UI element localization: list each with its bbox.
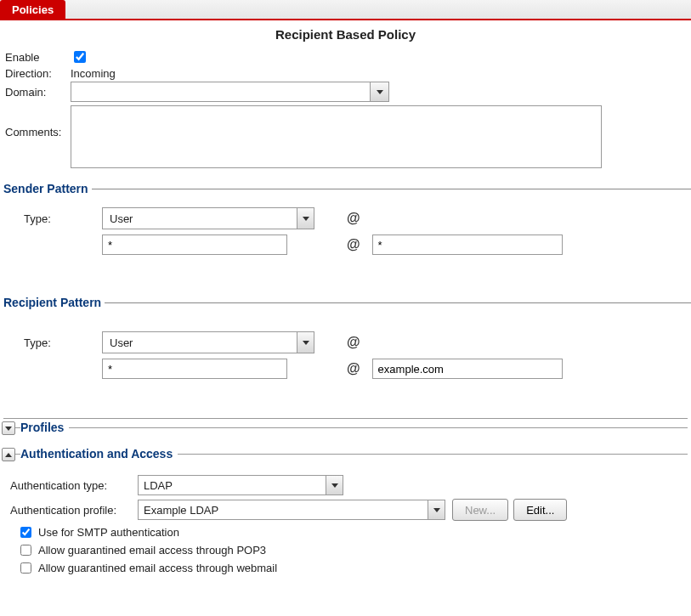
at-sign: @ bbox=[335, 335, 372, 350]
pop3-access-checkbox[interactable] bbox=[20, 545, 31, 556]
domain-select[interactable] bbox=[71, 82, 389, 102]
at-sign: @ bbox=[335, 361, 372, 376]
auth-type-value: LDAP bbox=[144, 479, 173, 492]
auth-area: Authentication type: LDAP Authentication… bbox=[0, 461, 691, 581]
direction-label: Direction: bbox=[5, 67, 71, 80]
recipient-pattern-fieldset: Recipient Pattern Type: User @ @ bbox=[0, 296, 691, 404]
chevron-down-icon[interactable] bbox=[297, 208, 314, 229]
at-sign: @ bbox=[335, 237, 372, 252]
webmail-access-checkbox[interactable] bbox=[20, 562, 31, 574]
chevron-down-icon[interactable] bbox=[326, 476, 343, 494]
sender-pattern-fieldset: Sender Pattern Type: User @ @ bbox=[0, 182, 691, 280]
auth-title: Authentication and Access bbox=[20, 447, 178, 461]
sender-domain-input[interactable] bbox=[372, 235, 563, 255]
enable-checkbox[interactable] bbox=[74, 51, 86, 63]
sender-local-input[interactable] bbox=[102, 235, 287, 255]
tab-bar: Policies bbox=[0, 0, 691, 20]
webmail-access-label: Allow guarantined email access through w… bbox=[38, 562, 277, 574]
comments-textarea[interactable] bbox=[71, 105, 602, 168]
smtp-auth-checkbox[interactable] bbox=[20, 527, 31, 538]
comments-label: Comments: bbox=[5, 104, 71, 138]
sender-pattern-legend: Sender Pattern bbox=[0, 182, 92, 195]
auth-profile-select[interactable]: Example LDAP bbox=[138, 500, 445, 520]
recipient-type-value: User bbox=[110, 336, 133, 349]
profiles-toggle[interactable] bbox=[2, 421, 15, 435]
recipient-pattern-legend: Recipient Pattern bbox=[0, 296, 105, 309]
auth-profile-label: Authentication profile: bbox=[10, 504, 138, 517]
sender-type-select[interactable]: User bbox=[102, 207, 314, 229]
enable-label: Enable bbox=[5, 51, 71, 64]
chevron-up-icon bbox=[5, 453, 12, 457]
new-button[interactable]: New... bbox=[452, 499, 508, 521]
auth-type-select[interactable]: LDAP bbox=[138, 475, 343, 495]
tab-policies[interactable]: Policies bbox=[0, 0, 65, 19]
recipient-type-select[interactable]: User bbox=[102, 331, 314, 353]
divider bbox=[3, 418, 688, 419]
chevron-down-icon[interactable] bbox=[297, 332, 314, 353]
recipient-domain-input[interactable] bbox=[372, 359, 563, 379]
sender-type-label: Type: bbox=[0, 212, 102, 225]
profiles-title: Profiles bbox=[20, 421, 69, 434]
auth-type-label: Authentication type: bbox=[10, 479, 138, 492]
page-title: Recipient Based Policy bbox=[0, 20, 691, 45]
sender-type-value: User bbox=[110, 212, 133, 225]
chevron-down-icon[interactable] bbox=[370, 82, 388, 101]
domain-label: Domain: bbox=[5, 86, 71, 99]
recipient-type-label: Type: bbox=[0, 336, 102, 349]
chevron-down-icon bbox=[5, 427, 12, 431]
smtp-auth-label: Use for SMTP authentication bbox=[38, 526, 179, 539]
profiles-section-header: Profiles bbox=[3, 427, 688, 435]
at-sign: @ bbox=[335, 211, 372, 226]
chevron-down-icon[interactable] bbox=[428, 500, 445, 519]
auth-section-header: Authentication and Access bbox=[3, 454, 688, 461]
auth-profile-value: Example LDAP bbox=[144, 504, 218, 517]
pop3-access-label: Allow guarantined email access through P… bbox=[38, 544, 266, 557]
auth-toggle[interactable] bbox=[2, 448, 15, 461]
edit-button[interactable]: Edit... bbox=[513, 499, 567, 521]
recipient-local-input[interactable] bbox=[102, 359, 287, 379]
direction-value: Incoming bbox=[71, 67, 116, 80]
